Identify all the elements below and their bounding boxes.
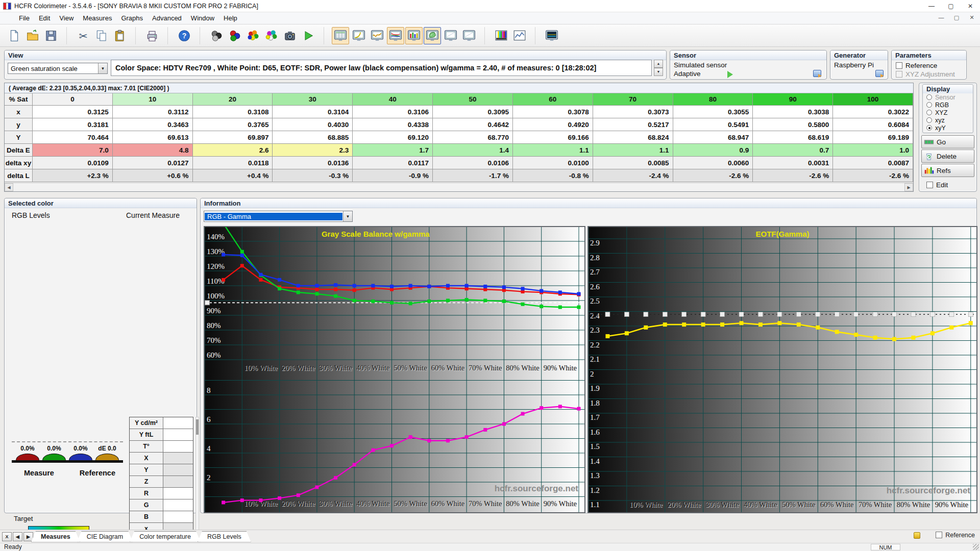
table-cell[interactable]: 0.0060 [673,157,753,169]
display-radio-rgb[interactable]: RGB [923,101,973,109]
tab-close-button[interactable]: X [2,532,12,541]
table-header-cell[interactable]: 50 [433,93,513,106]
table-cell[interactable]: -0.3 % [273,169,353,182]
view-measures-button[interactable] [332,27,349,44]
table-header-cell[interactable]: 30 [273,93,353,106]
measure-row-value[interactable] [163,464,193,475]
table-cell[interactable]: 0.3022 [833,106,913,118]
delete-button[interactable]: Delete [921,149,974,163]
table-cell[interactable]: 0.3765 [193,118,273,131]
table-cell[interactable]: 0.5217 [593,118,673,131]
copy-button[interactable] [93,27,110,44]
table-cell[interactable]: 0.4338 [353,118,433,131]
table-cell[interactable]: 7.0 [33,144,113,157]
mdi-minimize-button[interactable]: — [936,13,946,22]
mdi-close-button[interactable]: ✕ [967,13,977,22]
table-cell[interactable]: 68.947 [673,131,753,144]
menu-item-measures[interactable]: Measures [78,13,116,23]
table-header-cell[interactable]: 0 [33,93,113,106]
table-cell[interactable]: 4.8 [113,144,193,157]
resize-grip[interactable] [973,544,979,550]
table-cell[interactable]: 0.5800 [753,118,833,131]
measure-row-value[interactable] [163,417,193,429]
table-cell[interactable]: 69.613 [113,131,193,144]
sensor-configure-icon[interactable] [813,70,821,77]
menu-item-window[interactable]: Window [186,13,219,23]
capture-button[interactable] [281,27,299,44]
table-header-cell[interactable]: 100 [833,93,913,106]
table-cell[interactable]: 0.4642 [433,118,513,131]
table-cell[interactable]: 0.0127 [113,157,193,169]
view-chart-button[interactable] [511,27,528,44]
minimize-button[interactable]: — [922,0,941,12]
measure-row-value[interactable] [163,453,193,464]
go-button[interactable]: Go [921,135,974,148]
sensor-start-icon[interactable] [727,71,733,78]
menu-item-view[interactable]: View [55,13,78,23]
view-nearblack-button[interactable] [369,27,386,44]
table-cell[interactable]: 1.7 [353,144,433,157]
measure-grayscale-button[interactable] [208,27,225,44]
table-header-cell[interactable]: 60 [513,93,593,106]
view-histogram-button[interactable] [405,27,423,44]
table-header-cell[interactable]: 70 [593,93,673,106]
information-dropdown[interactable]: RGB - Gamma ▼ [204,211,353,222]
table-cell[interactable]: 1.0 [833,144,913,157]
table-cell[interactable]: -2.6 % [753,169,833,182]
table-cell[interactable]: 0.3104 [273,106,353,118]
table-cell[interactable]: 0.3108 [193,106,273,118]
table-cell[interactable]: 0.3125 [33,106,113,118]
table-cell[interactable]: 69.189 [833,131,913,144]
measure-primaries-button[interactable] [226,27,243,44]
maximize-button[interactable]: ▢ [941,0,961,12]
measure-row-value[interactable] [163,499,193,511]
table-cell[interactable]: +2.3 % [33,169,113,182]
open-file-button[interactable] [24,27,41,44]
measure-row-value[interactable] [163,511,193,522]
table-cell[interactable]: 2.6 [193,144,273,157]
scroll-left-icon[interactable]: ◀ [5,183,13,191]
table-cell[interactable]: 0.3181 [33,118,113,131]
menu-item-help[interactable]: Help [219,13,242,23]
table-cell[interactable]: 0.0109 [33,157,113,169]
tab-prev-button[interactable]: ◀ [13,532,22,541]
table-cell[interactable]: 0.9 [673,144,753,157]
view-pattern-button[interactable] [543,27,560,44]
measure-row-value[interactable] [163,429,193,440]
table-cell[interactable]: 0.3112 [113,106,193,118]
table-cell[interactable]: 70.464 [33,131,113,144]
run-measures-button[interactable] [300,27,317,44]
table-cell[interactable]: +0.6 % [113,169,193,182]
table-horizontal-scrollbar[interactable]: ◀ ▶ [5,183,913,191]
table-cell[interactable]: -0.8 % [513,169,593,182]
table-cell[interactable]: 1.1 [593,144,673,157]
table-cell[interactable]: 0.0118 [193,157,273,169]
table-cell[interactable]: 0.0085 [593,157,673,169]
chevron-down-icon[interactable]: ▼ [98,63,107,73]
table-cell[interactable]: 0.3078 [513,106,593,118]
measure-row-value[interactable] [163,488,193,499]
table-header-cell[interactable]: 20 [193,93,273,106]
save-button[interactable] [42,27,60,44]
table-cell[interactable]: 0.3095 [433,106,513,118]
about-button[interactable]: ? [176,27,193,44]
display-radio-xyz[interactable]: XYZ [923,109,973,116]
menu-item-edit[interactable]: Edit [34,13,55,23]
table-cell[interactable]: 0.7 [753,144,833,157]
table-cell[interactable]: 68.824 [593,131,673,144]
table-cell[interactable]: -2.4 % [593,169,673,182]
table-cell[interactable]: 0.3463 [113,118,193,131]
table-cell[interactable]: 0.0136 [273,157,353,169]
mdi-restore-button[interactable]: ▢ [951,13,962,22]
measure-row-value[interactable] [163,441,193,452]
table-cell[interactable]: 0.4030 [273,118,353,131]
new-file-button[interactable] [6,27,23,44]
print-button[interactable] [143,27,161,44]
table-cell[interactable]: 0.0117 [353,157,433,169]
table-cell[interactable]: 68.619 [753,131,833,144]
refs-button[interactable]: Refs [921,164,974,177]
edit-checkbox[interactable]: Edit [926,181,948,189]
table-cell[interactable]: 0.0106 [433,157,513,169]
table-cell[interactable]: 69.897 [193,131,273,144]
measure-full-button[interactable] [263,27,280,44]
